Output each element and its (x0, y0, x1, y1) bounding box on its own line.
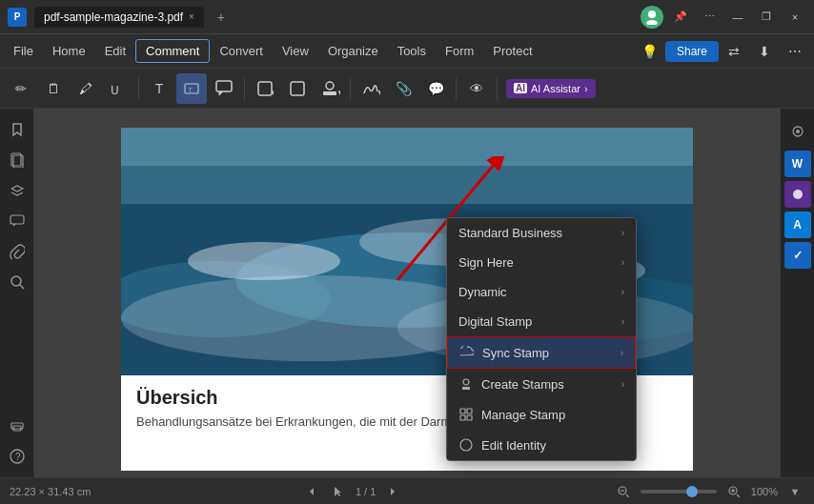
minimize-btn[interactable]: — (726, 6, 749, 29)
status-right: 100% ▼ (614, 482, 804, 501)
menu-edit[interactable]: Edit (95, 40, 135, 62)
sidebar-icon-bookmark[interactable] (4, 116, 31, 143)
sidebar-icon-search[interactable] (4, 269, 31, 295)
svg-text:▼: ▼ (336, 89, 340, 97)
svg-rect-10 (323, 91, 336, 95)
menu-tools[interactable]: Tools (388, 40, 436, 62)
svg-marker-44 (310, 488, 314, 495)
menu-comment[interactable]: Comment (135, 39, 210, 63)
close-btn[interactable]: × (783, 6, 806, 29)
toolbar-separator-4 (456, 77, 457, 100)
title-bar-left: P pdf-sample-magazine-3.pdf × + (8, 7, 641, 28)
dropdown-item-dynamic[interactable]: Dynamic › (447, 277, 636, 307)
svg-point-41 (460, 439, 472, 451)
download-icon[interactable]: ⬇ (749, 36, 780, 67)
sidebar-icon-pages[interactable] (4, 147, 31, 173)
dropdown-item-edit-identity[interactable]: Edit Identity (447, 430, 636, 460)
underline-tool[interactable]: U̲ (103, 73, 133, 104)
dropdown-item-manage-stamp[interactable]: Manage Stamp (447, 399, 636, 430)
svg-text:▼: ▼ (270, 89, 274, 97)
menu-file[interactable]: File (4, 40, 43, 62)
svg-marker-45 (335, 487, 341, 496)
restore-btn[interactable]: ❐ (755, 6, 778, 29)
ai-assistant-button[interactable]: AI AI Assistar › (506, 79, 596, 98)
more-menu-icon[interactable]: ⋯ (780, 36, 810, 67)
pin-icon[interactable]: 📌 (669, 6, 692, 29)
svg-point-16 (11, 276, 21, 286)
toolbar-separator-5 (497, 77, 498, 100)
right-sidebar-btn-w[interactable]: W (784, 151, 811, 177)
stamp-outline-tool[interactable] (282, 73, 313, 104)
prev-page-btn[interactable] (302, 482, 321, 501)
svg-point-42 (796, 130, 800, 133)
next-page-btn[interactable] (383, 482, 402, 501)
active-tab[interactable]: pdf-sample-magazine-3.pdf × (34, 7, 204, 28)
menu-view[interactable]: View (273, 40, 318, 62)
sidebar-icon-layers[interactable] (4, 177, 31, 204)
right-sidebar-btn-check[interactable]: ✓ (784, 242, 811, 269)
right-sidebar-btn-purple[interactable] (784, 181, 811, 208)
right-sidebar-btn-blue[interactable]: A (784, 212, 811, 238)
sidebar-icon-layers2[interactable] (4, 413, 31, 439)
dd-item-left: Digital Stamp (458, 314, 532, 329)
right-sidebar-settings[interactable] (783, 116, 813, 147)
svg-marker-46 (391, 488, 395, 495)
title-bar: P pdf-sample-magazine-3.pdf × + 📌 ⋯ — ❐ … (0, 0, 814, 34)
menu-form[interactable]: Form (436, 40, 483, 62)
zoom-slider[interactable] (641, 490, 717, 494)
svg-text:T: T (188, 86, 193, 94)
left-sidebar: ? (0, 109, 34, 477)
translate-icon[interactable]: ⇄ (719, 36, 749, 67)
text-comment-tool[interactable]: 💬 (420, 73, 451, 104)
dropdown-item-standard-business[interactable]: Standard Business › (447, 218, 636, 248)
zoom-chevron[interactable]: ▼ (785, 482, 804, 501)
cursor-icon[interactable] (329, 482, 348, 501)
sidebar-icon-comment[interactable] (4, 208, 31, 234)
menu-convert[interactable]: Convert (210, 40, 273, 62)
sidebar-icon-attachment[interactable] (4, 238, 31, 265)
document-area: Übersich Behandlungsansätze bei Erkranku… (34, 109, 780, 477)
svg-text:▼: ▼ (376, 89, 380, 97)
toolbar-separator-2 (244, 77, 245, 100)
status-center: 1 / 1 (106, 482, 599, 501)
text-box-tool[interactable]: T (176, 73, 207, 104)
right-sidebar: W A ✓ (780, 109, 814, 477)
dropdown-item-create-stamps[interactable]: Create Stamps › (447, 369, 636, 399)
shape-tool[interactable]: ▼ (250, 73, 280, 104)
signature-tool[interactable]: ▼ (356, 73, 386, 104)
menu-organize[interactable]: Organize (318, 40, 388, 62)
dropdown-item-sync-stamp[interactable]: Sync Stamp › (447, 336, 636, 369)
dd-label: Manage Stamp (481, 408, 565, 422)
share-button[interactable]: Share (665, 41, 719, 62)
more-options-icon[interactable]: ⋯ (698, 6, 721, 29)
sidebar-icon-help[interactable]: ? (4, 443, 31, 470)
zoom-out-btn[interactable] (614, 482, 633, 501)
text-tool[interactable]: T (144, 73, 174, 104)
highlight-tool[interactable]: 🖍 (71, 73, 101, 104)
new-tab-btn[interactable]: + (212, 8, 231, 27)
eye-tool[interactable]: 👁 (461, 73, 492, 104)
main-content: ? (0, 109, 814, 477)
dd-item-left: Create Stamps (458, 376, 564, 392)
ai-chevron: › (584, 83, 588, 94)
zoom-thumb[interactable] (686, 486, 698, 497)
stamp-dropdown: Standard Business › Sign Here › Dynamic … (446, 217, 637, 461)
callout-tool[interactable] (209, 73, 239, 104)
svg-rect-38 (467, 409, 472, 413)
dimensions-label: 22.23 × 31.43 cm (10, 486, 91, 497)
zoom-in-btn[interactable] (724, 482, 743, 501)
dropdown-item-sign-here[interactable]: Sign Here › (447, 248, 636, 277)
create-stamp-icon (458, 376, 474, 392)
attachment-tool[interactable]: 📎 (388, 73, 418, 104)
svg-line-17 (20, 285, 24, 289)
dd-arrow-icon: › (621, 348, 623, 358)
light-icon[interactable]: 💡 (635, 36, 665, 67)
sticky-note-tool[interactable]: 🗒 (38, 73, 69, 104)
menu-protect[interactable]: Protect (483, 40, 541, 62)
pen-tool[interactable]: ✏ (6, 73, 36, 104)
stamp-tool[interactable]: ▼ (315, 73, 345, 104)
tab-close-btn[interactable]: × (189, 11, 194, 22)
svg-rect-5 (216, 81, 232, 91)
dropdown-item-digital-stamp[interactable]: Digital Stamp › (447, 307, 636, 336)
menu-home[interactable]: Home (43, 40, 95, 62)
